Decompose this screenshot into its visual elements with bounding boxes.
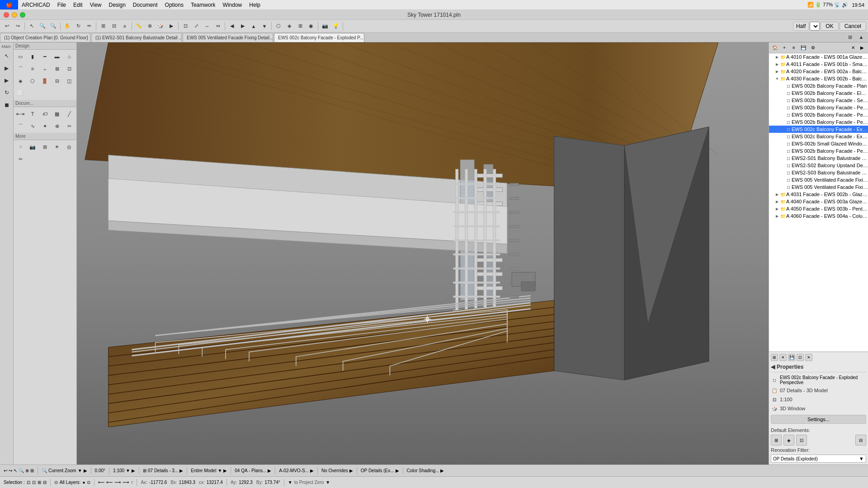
- tool-shell[interactable]: ⌒: [14, 63, 26, 75]
- tool-skylight[interactable]: ◫: [63, 75, 75, 87]
- tree-item[interactable]: □ EWS 002c Balcony Facade - Exploded Per…: [769, 126, 868, 133]
- tab-1[interactable]: (1) Object Creation Plan [0. Ground Floo…: [0, 33, 90, 42]
- menu-window[interactable]: Window: [219, 0, 246, 9]
- props-tool-3[interactable]: 💾: [788, 354, 795, 361]
- tree-item[interactable]: □ EWS2-S03 Balcony Balustrade Handrail D…: [769, 169, 868, 176]
- toolbar-marquee[interactable]: ⊡: [180, 21, 190, 31]
- layer5-arrow[interactable]: ▶: [349, 468, 353, 473]
- tool-dimension[interactable]: ⇤⇥: [14, 108, 26, 120]
- tree-item[interactable]: □ EWS 002b Balcony Facade - Perspective: [769, 147, 868, 155]
- viewport[interactable]: [77, 42, 769, 465]
- menu-view[interactable]: View: [86, 0, 105, 9]
- tool-detail[interactable]: ⊕: [51, 120, 63, 132]
- panel-save-icon[interactable]: 💾: [799, 44, 807, 52]
- tree-item[interactable]: □ EWS 002b Balcony Facade - Elevation: [769, 89, 868, 97]
- layer4-arrow[interactable]: ▶: [310, 468, 314, 473]
- toolbar-grid[interactable]: ⊟: [109, 21, 119, 31]
- toolbar-arrow-down[interactable]: ▼: [259, 21, 269, 31]
- panel-settings-icon[interactable]: ⚙: [809, 44, 817, 52]
- tool-stair[interactable]: ≡: [27, 63, 38, 75]
- apple-menu[interactable]: 🍎: [0, 0, 18, 9]
- toolbar-camera[interactable]: 📷: [320, 21, 330, 31]
- toolbar-view1[interactable]: ⬡: [274, 21, 283, 31]
- toolbar-light[interactable]: 💡: [331, 21, 341, 31]
- nav-prev[interactable]: ⟵: [98, 480, 104, 485]
- tool-text[interactable]: T: [27, 108, 38, 120]
- tree-item[interactable]: ▶ 📁 A 4050 Facade - EWS 003b - Penthouse…: [769, 205, 868, 212]
- toolbar-pan[interactable]: ✋: [62, 21, 72, 31]
- toolbar-view4[interactable]: ◉: [306, 21, 316, 31]
- default-elem-btn-2[interactable]: ◈: [783, 435, 794, 446]
- toolbar-stretch[interactable]: ⇔: [213, 21, 223, 31]
- props-collapse-icon[interactable]: ◀: [771, 364, 775, 370]
- tree-item[interactable]: □ EWS-002b Small Glazed Windows: [769, 140, 868, 147]
- tool-label[interactable]: 🏷: [39, 108, 51, 120]
- toolbar-3d[interactable]: 🎲: [156, 21, 165, 31]
- menu-help[interactable]: Help: [245, 0, 264, 9]
- half-dropdown[interactable]: [810, 22, 820, 31]
- tool-curtain[interactable]: ⊡: [63, 63, 75, 75]
- tool-line[interactable]: ╱: [63, 108, 75, 120]
- ok-button[interactable]: OK: [821, 22, 838, 31]
- panel-list-icon[interactable]: ≡: [790, 44, 798, 52]
- tree-item[interactable]: □ EWS 002b Balcony Facade - Perspective: [769, 111, 868, 118]
- menu-archicad[interactable]: ARCHICAD: [18, 0, 54, 9]
- default-elem-btn-1[interactable]: ⊞: [771, 435, 782, 446]
- tool-fill[interactable]: ▦: [51, 108, 63, 120]
- tab-icon-2[interactable]: ▲: [856, 32, 866, 42]
- tool-hotspot[interactable]: ✦: [39, 120, 51, 132]
- toolbar-section[interactable]: ⊕: [145, 21, 155, 31]
- tool-camera2[interactable]: 📷: [27, 141, 38, 153]
- panel-home-icon[interactable]: 🏠: [771, 44, 779, 52]
- tool-grid-el[interactable]: ⊞: [39, 141, 51, 153]
- layer6-arrow[interactable]: ▶: [396, 468, 399, 473]
- tree-item[interactable]: ▶ 📁 A 4011 Facade - EWS 001b - Small Gla…: [769, 61, 868, 68]
- tab-2[interactable]: (1) EWS2-S01 Balcony Balustrade Detail .…: [91, 33, 182, 42]
- toolbar-move[interactable]: ↔: [202, 21, 212, 31]
- tab-3[interactable]: EWS 005 Ventilated Facade Fixing Detail.…: [183, 33, 273, 42]
- menu-design[interactable]: Design: [105, 0, 129, 9]
- tool-slab[interactable]: ▬: [51, 51, 63, 62]
- default-elem-btn-4[interactable]: ⊟: [855, 435, 866, 446]
- toolbar-pencil[interactable]: ✏: [84, 21, 94, 31]
- default-elem-btn-3[interactable]: ⊡: [796, 435, 807, 446]
- tab-4[interactable]: EWS 002c Balcony Facade - Exploded P...: [274, 33, 364, 42]
- menu-edit[interactable]: Edit: [70, 0, 86, 9]
- tree-item[interactable]: □ EWS 002b Balcony Facade - Perspective: [769, 104, 868, 111]
- props-tool-2[interactable]: ✕: [779, 354, 787, 361]
- project-arrow[interactable]: ▼: [326, 480, 330, 485]
- more-icon[interactable]: ⊕: [25, 468, 29, 473]
- toolbar-view3[interactable]: ⊞: [295, 21, 305, 31]
- nav-fwd2[interactable]: ⟶: [123, 480, 129, 485]
- tool-point-cloud[interactable]: ⁘: [14, 141, 26, 153]
- toolbar-arrow-up[interactable]: ▲: [249, 21, 259, 31]
- tree-item[interactable]: ▶ 📁 A 4010 Facade - EWS 001a Glazed Wind…: [769, 53, 868, 61]
- tool-column[interactable]: ▮: [27, 51, 38, 62]
- props-tool-1[interactable]: ⊞: [771, 354, 778, 361]
- tool-sun[interactable]: ☀: [51, 141, 63, 153]
- nav-fwd1[interactable]: ⟶: [114, 480, 121, 485]
- nav-back[interactable]: ⟵: [106, 480, 113, 485]
- toolbar-render[interactable]: ▶: [166, 21, 176, 31]
- zoom-dropdown-arrow[interactable]: ▼: [78, 468, 82, 473]
- toolbar-snap[interactable]: ⊞: [98, 21, 108, 31]
- tree-item[interactable]: ▶ 📁 A 4020 Facade - EWS 002a - Balcony F…: [769, 68, 868, 75]
- panel-add-icon[interactable]: +: [780, 44, 788, 52]
- tree-item[interactable]: ▶ 📁 A 4060 Facade - EWS 004a - Column Cl…: [769, 212, 868, 220]
- tree-item[interactable]: ▼ 📁 A 4030 Facade - EWS 002b - Balcony F…: [769, 75, 868, 82]
- tree-item[interactable]: □ EWS 005 Ventilated Facade Fixing Detai…: [769, 183, 868, 191]
- tool-morph[interactable]: ◈: [14, 75, 26, 87]
- window-minimize-button[interactable]: [12, 12, 17, 18]
- zoom-nav-icon[interactable]: ▶: [84, 468, 87, 473]
- tool-symbol[interactable]: ◎: [63, 141, 75, 153]
- tree-item[interactable]: □ EWS2-S02 Balcony Upstand Detail: [769, 162, 868, 169]
- props-tool-5[interactable]: ✕: [805, 354, 812, 361]
- toolbar-zoom-out[interactable]: 🔍: [48, 21, 58, 31]
- toolbar-resize[interactable]: ⤢: [191, 21, 201, 31]
- tool-zone[interactable]: ⬜: [14, 87, 26, 99]
- menu-teamwork[interactable]: Teamwork: [187, 0, 219, 9]
- tool-orbit[interactable]: ↻: [1, 87, 13, 99]
- tool-arrow-right[interactable]: ▶: [1, 62, 13, 74]
- toolbar-measure[interactable]: 📏: [134, 21, 144, 31]
- tree-item[interactable]: □ EWS 002c Balcony Facade - Exploded Per…: [769, 133, 868, 140]
